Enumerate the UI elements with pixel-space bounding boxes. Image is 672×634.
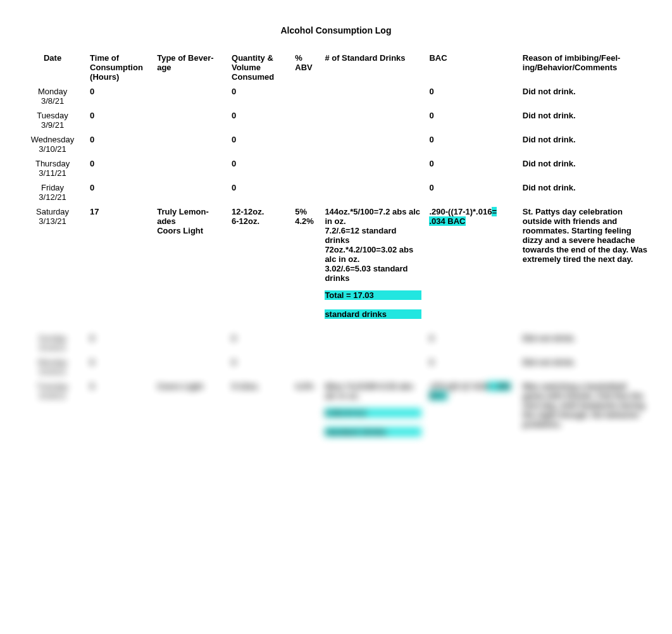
- cell-std: [321, 331, 425, 355]
- header-bac: BAC: [425, 51, 518, 84]
- cell-std: 60oz.*4.2/100=2.52 abs alc in oz.2.52/.6…: [321, 379, 425, 449]
- cell-abv: 5%4.2%: [291, 204, 321, 331]
- cell-abv: [291, 355, 321, 379]
- table-row: Friday3/12/21000Did not drink.: [19, 180, 653, 204]
- cell-qty: 0: [228, 331, 291, 355]
- cell-reason: Did not drink.: [519, 156, 653, 180]
- table-row: Tuesday3/16/215Coors Light5-12oz.4.2%60o…: [19, 379, 653, 449]
- cell-bac: .290-((17-1)*.016= .034 BAC: [425, 204, 518, 331]
- cell-date: Tuesday3/16/21: [19, 379, 86, 449]
- cell-date: Thursday3/11/21: [19, 156, 86, 180]
- cell-date: Monday3/15/21: [19, 355, 86, 379]
- cell-qty: 0: [228, 84, 291, 108]
- cell-reason: Did not drink.: [519, 84, 653, 108]
- cell-qty: 0: [228, 355, 291, 379]
- cell-bac: 0: [425, 331, 518, 355]
- table-row: Wednesday3/10/21000Did not drink.: [19, 132, 653, 156]
- cell-time: 0: [86, 180, 153, 204]
- table-row: Saturday3/13/2117Truly Lemon­adesCoors L…: [19, 204, 653, 331]
- cell-std: [321, 156, 425, 180]
- cell-date: Monday3/8/21: [19, 84, 86, 108]
- cell-abv: [291, 156, 321, 180]
- highlight-bac: = .034 BAC: [429, 207, 497, 226]
- cell-qty: 0: [228, 180, 291, 204]
- alcohol-log-table: Date Time of Consump­tion (Hours) Type o…: [19, 51, 653, 449]
- header-abv: % ABV: [291, 51, 321, 84]
- cell-bev: [153, 108, 228, 132]
- cell-abv: 4.2%: [291, 379, 321, 449]
- table-row: Monday3/8/21000Did not drink.: [19, 84, 653, 108]
- cell-bac: 0: [425, 156, 518, 180]
- cell-bac: 0: [425, 355, 518, 379]
- highlight-total: standard drinks: [325, 309, 421, 319]
- cell-abv: [291, 132, 321, 156]
- cell-abv: [291, 84, 321, 108]
- cell-time: 0: [86, 84, 153, 108]
- cell-time: 5: [86, 379, 153, 449]
- cell-qty: 0: [228, 108, 291, 132]
- cell-reason: Did not drink.: [519, 132, 653, 156]
- cell-reason: Did not drink.: [519, 108, 653, 132]
- header-time: Time of Consump­tion (Hours): [86, 51, 153, 84]
- cell-bev: Truly Lemon­adesCoors Light: [153, 204, 228, 331]
- highlight-bac: = .008 BAC: [429, 382, 510, 401]
- cell-std: [321, 132, 425, 156]
- cell-reason: Was watching a basketball game with frie…: [519, 379, 653, 449]
- cell-date: Tuesday3/9/21: [19, 108, 86, 132]
- cell-time: 0: [86, 156, 153, 180]
- table-header-row: Date Time of Consump­tion (Hours) Type o…: [19, 51, 653, 84]
- cell-bev: [153, 156, 228, 180]
- highlight-total: 2.52/.6=4.2: [325, 408, 421, 418]
- cell-std: 144oz.*5/100=7.2 abs alc in oz.7.2/.6=12…: [321, 204, 425, 331]
- header-bev: Type of Bever­age: [153, 51, 228, 84]
- cell-bac: .072-((5-1)*.016= .008 BAC: [425, 379, 518, 449]
- cell-std: [321, 355, 425, 379]
- highlight-total: Total = 17.03: [325, 290, 421, 300]
- header-date: Date: [19, 51, 86, 84]
- cell-std: [321, 108, 425, 132]
- table-row: Tuesday3/9/21000Did not drink.: [19, 108, 653, 132]
- cell-time: 0: [86, 331, 153, 355]
- header-qty: Quantity & Volume Consumed: [228, 51, 291, 84]
- table-row: Sunday3/14/21000Did not drink.: [19, 331, 653, 355]
- cell-reason: Did not drink.: [519, 355, 653, 379]
- cell-abv: [291, 108, 321, 132]
- cell-bev: Coors Light: [153, 379, 228, 449]
- table-row: Thursday3/11/21000Did not drink.: [19, 156, 653, 180]
- cell-bac: 0: [425, 132, 518, 156]
- cell-bev: [153, 180, 228, 204]
- cell-time: 0: [86, 108, 153, 132]
- cell-date: Wednesday3/10/21: [19, 132, 86, 156]
- cell-date: Sunday3/14/21: [19, 331, 86, 355]
- cell-reason: Did not drink.: [519, 180, 653, 204]
- cell-bev: [153, 331, 228, 355]
- page-title: Alcohol Consumption Log: [19, 25, 653, 35]
- cell-qty: 0: [228, 132, 291, 156]
- cell-date: Friday3/12/21: [19, 180, 86, 204]
- cell-date: Saturday3/13/21: [19, 204, 86, 331]
- header-reason: Reason of imbibing/Feel­ing/Behavior/Com…: [519, 51, 653, 84]
- cell-time: 17: [86, 204, 153, 331]
- cell-abv: [291, 180, 321, 204]
- cell-abv: [291, 331, 321, 355]
- cell-qty: 5-12oz.: [228, 379, 291, 449]
- cell-bev: [153, 355, 228, 379]
- table-row: Monday3/15/21000Did not drink.: [19, 355, 653, 379]
- cell-bac: 0: [425, 84, 518, 108]
- cell-bev: [153, 84, 228, 108]
- cell-bev: [153, 132, 228, 156]
- cell-qty: 0: [228, 156, 291, 180]
- cell-std: [321, 84, 425, 108]
- cell-time: 0: [86, 355, 153, 379]
- cell-qty: 12-12oz.6-12oz.: [228, 204, 291, 331]
- cell-reason: Did not drink.: [519, 331, 653, 355]
- cell-bac: 0: [425, 180, 518, 204]
- header-std: # of Standard Drinks: [321, 51, 425, 84]
- highlight-total: standard drinks: [325, 427, 421, 437]
- cell-std: [321, 180, 425, 204]
- cell-reason: St. Pattys day celebration outside with …: [519, 204, 653, 331]
- cell-bac: 0: [425, 108, 518, 132]
- cell-time: 0: [86, 132, 153, 156]
